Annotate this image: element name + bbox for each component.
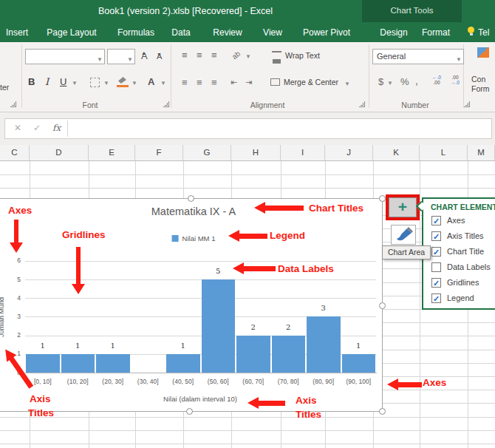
merge-center-button[interactable]: Merge & Center xyxy=(284,78,338,86)
align-left-icon[interactable]: ≡ xyxy=(182,78,188,87)
chart-area[interactable]: Matematika IX - A Nilai MM 1 Jumlah Muri… xyxy=(0,198,383,412)
panel-item-label[interactable]: Axes xyxy=(447,216,465,225)
wrap-text-icon[interactable] xyxy=(272,51,281,59)
merge-center-icon[interactable] xyxy=(270,78,280,86)
chevron-down-icon[interactable]: ▼ xyxy=(456,52,462,67)
tab-review[interactable]: Review xyxy=(213,27,242,38)
decrease-indent-icon[interactable]: ⇤ xyxy=(231,78,237,87)
panel-item-label[interactable]: Chart Title xyxy=(447,247,484,256)
data-label[interactable]: 1 xyxy=(341,342,377,350)
number-dialog-launcher-icon[interactable] xyxy=(464,101,470,107)
decrease-decimal-button[interactable]: .00→.0 xyxy=(447,75,463,85)
panel-item-label[interactable]: Axis Titles xyxy=(447,231,484,240)
number-format-combo[interactable]: General▼ xyxy=(372,49,464,64)
category-label[interactable]: (90, 100] xyxy=(338,378,380,385)
checkbox-legend[interactable]: ✓ xyxy=(431,293,441,303)
alignment-dialog-launcher-icon[interactable] xyxy=(359,101,365,107)
tell-me-label[interactable]: Tel xyxy=(478,27,489,38)
align-middle-icon[interactable]: ≡ xyxy=(197,50,202,60)
bar[interactable] xyxy=(202,279,236,373)
selection-handle[interactable] xyxy=(379,408,386,415)
tab-design[interactable]: Design xyxy=(380,27,407,38)
bar[interactable] xyxy=(61,354,95,373)
tab-data[interactable]: Data xyxy=(171,27,190,38)
orientation-icon[interactable]: ab xyxy=(231,50,242,61)
bold-button[interactable]: B xyxy=(28,76,35,87)
bar[interactable] xyxy=(342,354,376,373)
add-chart-element-button[interactable]: + xyxy=(389,197,417,217)
merge-center-dropdown-icon[interactable]: ▼ xyxy=(344,81,350,87)
selection-handle[interactable] xyxy=(188,195,194,202)
selection-handle[interactable] xyxy=(379,302,386,309)
bar[interactable] xyxy=(96,354,130,373)
bar[interactable] xyxy=(272,336,306,373)
data-label[interactable]: 1 xyxy=(25,342,61,350)
chevron-down-icon[interactable]: ▼ xyxy=(97,52,103,67)
column-header-D[interactable]: D xyxy=(30,145,89,160)
increase-decimal-button[interactable]: ←.0.00 xyxy=(429,75,445,85)
column-header-G[interactable]: G xyxy=(183,145,231,160)
tab-insert[interactable]: Insert xyxy=(6,27,28,38)
fill-color-swatch[interactable] xyxy=(117,85,129,87)
shrink-font-button[interactable]: A▼ xyxy=(157,52,162,61)
fill-color-bucket-icon[interactable] xyxy=(118,77,126,84)
orientation-dropdown-icon[interactable]: ▼ xyxy=(245,53,251,60)
y-tick-label[interactable]: 4 xyxy=(4,294,21,302)
align-bottom-icon[interactable]: ≡ xyxy=(211,50,217,60)
percent-button[interactable]: % xyxy=(400,76,409,87)
tab-page-layout[interactable]: Page Layout xyxy=(47,27,96,38)
fill-color-dropdown-icon[interactable]: ▼ xyxy=(132,80,137,86)
column-header-C[interactable]: C xyxy=(0,145,30,160)
font-color-dropdown-icon[interactable]: ▼ xyxy=(160,80,166,86)
column-header-L[interactable]: L xyxy=(420,145,468,160)
chevron-down-icon[interactable]: ▼ xyxy=(127,52,133,67)
chart-legend[interactable]: Nilai MM 1 xyxy=(172,234,216,242)
cancel-icon[interactable]: ✕ xyxy=(14,123,21,133)
conditional-formatting-icon[interactable] xyxy=(477,47,489,58)
y-tick-label[interactable]: 6 xyxy=(4,257,21,264)
conditional-formatting-label-1[interactable]: Con xyxy=(471,75,485,84)
align-right-icon[interactable]: ≡ xyxy=(211,78,217,87)
tell-me-bulb-icon[interactable] xyxy=(468,27,474,33)
font-color-button[interactable]: A xyxy=(148,76,154,87)
borders-button-icon[interactable] xyxy=(90,78,100,87)
panel-item-label[interactable]: Data Labels xyxy=(447,262,491,271)
font-dialog-launcher-icon[interactable] xyxy=(163,101,169,107)
bar[interactable] xyxy=(26,354,60,373)
align-top-icon[interactable]: ≡ xyxy=(182,50,188,60)
underline-button[interactable]: U xyxy=(60,76,66,87)
data-label[interactable]: 1 xyxy=(165,342,201,350)
y-tick-label[interactable]: 2 xyxy=(4,331,21,339)
panel-item-label[interactable]: Legend xyxy=(447,293,474,302)
insert-function-icon[interactable]: fx xyxy=(52,123,61,133)
data-label[interactable]: 1 xyxy=(61,342,96,350)
currency-button[interactable]: $ xyxy=(378,76,383,87)
italic-button[interactable]: I xyxy=(45,76,49,87)
format-painter-fragment[interactable]: ter xyxy=(0,83,9,92)
y-tick-label[interactable]: 5 xyxy=(4,276,21,283)
grow-font-button[interactable]: A▲ xyxy=(141,50,146,61)
column-header-M[interactable]: M xyxy=(468,145,495,160)
tab-formulas[interactable]: Formulas xyxy=(117,27,154,38)
data-label[interactable]: 2 xyxy=(236,323,271,331)
data-label[interactable]: 5 xyxy=(201,267,236,275)
data-label[interactable]: 1 xyxy=(95,342,131,350)
selection-handle[interactable] xyxy=(186,408,193,415)
bar[interactable] xyxy=(307,316,341,373)
column-header-E[interactable]: E xyxy=(89,145,135,160)
formula-input[interactable] xyxy=(73,119,487,138)
chart-styles-button[interactable] xyxy=(391,225,416,245)
data-label[interactable]: 3 xyxy=(306,304,341,312)
checkbox-axis-titles[interactable]: ✓ xyxy=(431,231,441,241)
x-axis-title[interactable]: Nilai (dalam interval 10) xyxy=(163,395,237,403)
checkbox-gridlines[interactable]: ✓ xyxy=(431,278,441,288)
enter-icon[interactable]: ✓ xyxy=(33,123,41,133)
font-size-combo[interactable]: ▼ xyxy=(107,49,135,64)
y-tick-label[interactable]: 3 xyxy=(4,313,21,320)
wrap-text-button[interactable]: Wrap Text xyxy=(285,51,320,60)
tab-view[interactable]: View xyxy=(263,27,282,38)
chart-title[interactable]: Matematika IX - A xyxy=(151,206,236,217)
selection-handle[interactable] xyxy=(379,195,386,202)
borders-dropdown-icon[interactable]: ▼ xyxy=(103,80,109,86)
column-header-H[interactable]: H xyxy=(231,145,281,160)
